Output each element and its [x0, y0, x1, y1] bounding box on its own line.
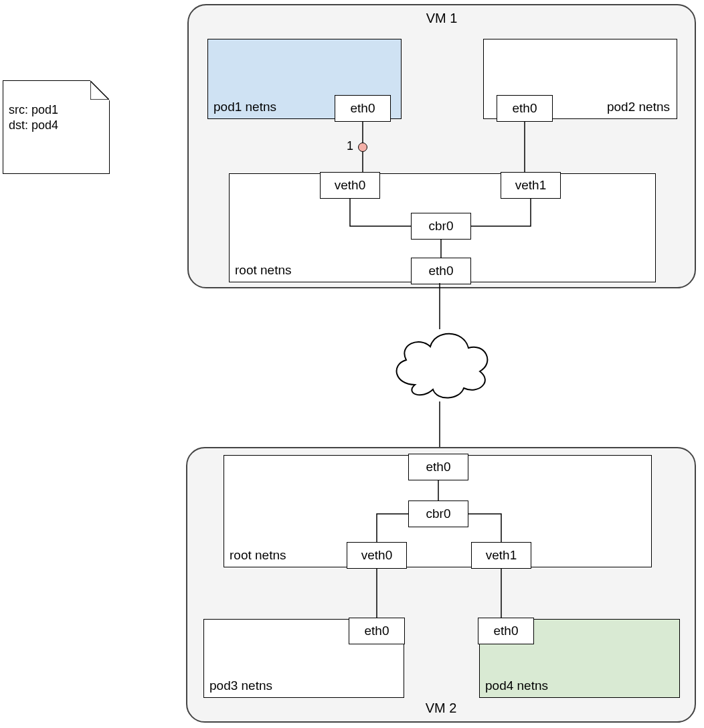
vm2-lines [187, 448, 697, 724]
vm2-container: VM 2 root netns eth0 cbr0 veth0 veth1 po… [186, 447, 696, 723]
cloud-icon [385, 321, 495, 408]
